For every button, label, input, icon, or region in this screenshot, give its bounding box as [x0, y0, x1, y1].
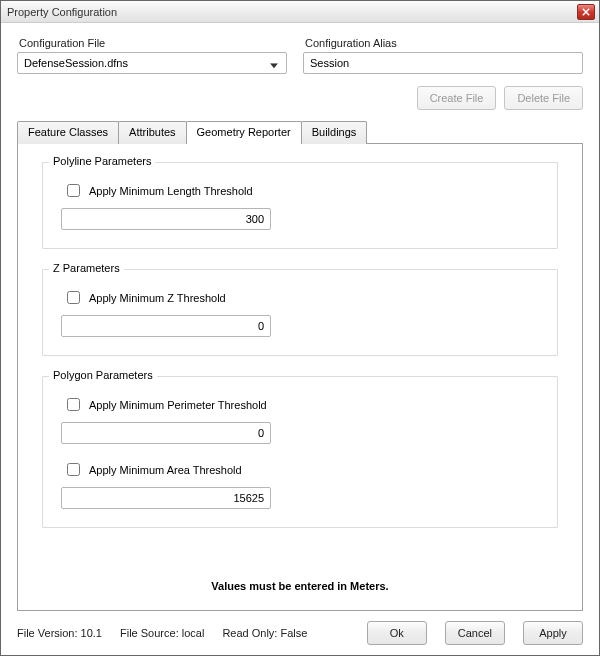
units-hint: Values must be entered in Meters. — [42, 580, 558, 592]
geometry-reporter-panel: Polyline Parameters Apply Minimum Length… — [17, 143, 583, 611]
create-file-button[interactable]: Create File — [417, 86, 497, 110]
footer: File Version: 10.1 File Source: local Re… — [17, 621, 583, 645]
min-length-checkbox[interactable] — [67, 184, 80, 197]
config-file-dropdown[interactable]: DefenseSession.dfns — [17, 52, 287, 74]
min-z-row: Apply Minimum Z Threshold — [63, 288, 539, 307]
min-z-checkbox[interactable] — [67, 291, 80, 304]
config-row: Configuration File DefenseSession.dfns C… — [17, 37, 583, 74]
min-perimeter-label: Apply Minimum Perimeter Threshold — [89, 399, 267, 411]
apply-button[interactable]: Apply — [523, 621, 583, 645]
polygon-legend: Polygon Parameters — [49, 369, 157, 381]
min-perimeter-checkbox[interactable] — [67, 398, 80, 411]
delete-file-button[interactable]: Delete File — [504, 86, 583, 110]
tab-geometry-reporter[interactable]: Geometry Reporter — [186, 121, 302, 144]
titlebar: Property Configuration — [1, 1, 599, 23]
z-fieldset: Z Parameters Apply Minimum Z Threshold — [42, 269, 558, 356]
content-area: Configuration File DefenseSession.dfns C… — [1, 23, 599, 655]
config-file-label: Configuration File — [19, 37, 287, 49]
close-icon — [582, 8, 590, 16]
tab-feature-classes[interactable]: Feature Classes — [17, 121, 119, 144]
cancel-button[interactable]: Cancel — [445, 621, 505, 645]
min-area-input[interactable] — [61, 487, 271, 509]
min-perimeter-row: Apply Minimum Perimeter Threshold — [63, 395, 539, 414]
config-alias-label: Configuration Alias — [305, 37, 583, 49]
tab-attributes[interactable]: Attributes — [118, 121, 186, 144]
min-length-input[interactable] — [61, 208, 271, 230]
min-length-row: Apply Minimum Length Threshold — [63, 181, 539, 200]
status-file-version: File Version: 10.1 — [17, 627, 102, 639]
min-length-label: Apply Minimum Length Threshold — [89, 185, 253, 197]
min-z-label: Apply Minimum Z Threshold — [89, 292, 226, 304]
polyline-fieldset: Polyline Parameters Apply Minimum Length… — [42, 162, 558, 249]
close-button[interactable] — [577, 4, 595, 20]
config-alias-input[interactable] — [303, 52, 583, 74]
window-title: Property Configuration — [7, 6, 117, 18]
min-area-row: Apply Minimum Area Threshold — [63, 460, 539, 479]
property-configuration-window: Property Configuration Configuration Fil… — [0, 0, 600, 656]
min-perimeter-input[interactable] — [61, 422, 271, 444]
chevron-down-icon — [270, 58, 278, 70]
ok-button[interactable]: Ok — [367, 621, 427, 645]
min-area-checkbox[interactable] — [67, 463, 80, 476]
polyline-legend: Polyline Parameters — [49, 155, 155, 167]
config-file-value: DefenseSession.dfns — [24, 57, 128, 69]
config-file-group: Configuration File DefenseSession.dfns — [17, 37, 287, 74]
status-file-source: File Source: local — [120, 627, 204, 639]
status-read-only: Read Only: False — [222, 627, 307, 639]
polygon-fieldset: Polygon Parameters Apply Minimum Perimet… — [42, 376, 558, 528]
tab-buildings[interactable]: Buildings — [301, 121, 368, 144]
min-z-input[interactable] — [61, 315, 271, 337]
min-area-label: Apply Minimum Area Threshold — [89, 464, 242, 476]
config-alias-group: Configuration Alias — [303, 37, 583, 74]
file-button-row: Create File Delete File — [17, 86, 583, 110]
tab-strip: Feature Classes Attributes Geometry Repo… — [17, 120, 583, 143]
z-legend: Z Parameters — [49, 262, 124, 274]
